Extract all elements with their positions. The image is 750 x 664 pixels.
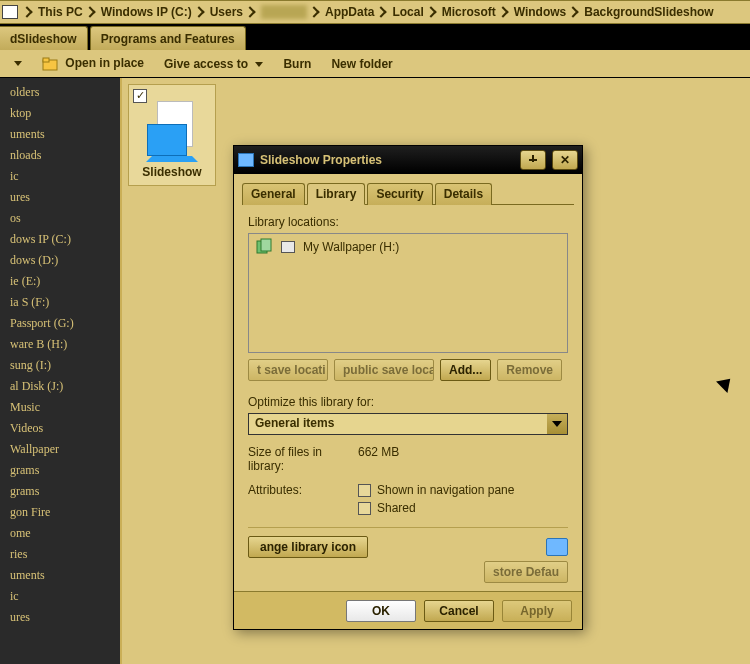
- remove-button[interactable]: Remove: [497, 359, 562, 381]
- ok-button[interactable]: OK: [346, 600, 416, 622]
- chevron-right-icon: [244, 6, 255, 17]
- attr-nav-label: Shown in navigation pane: [377, 483, 514, 497]
- chevron-right-icon: [308, 6, 319, 17]
- sidebar-item[interactable]: ic: [0, 586, 120, 607]
- tab-programs-features[interactable]: Programs and Features: [90, 26, 246, 50]
- optimize-select[interactable]: General items: [248, 413, 568, 435]
- apply-button[interactable]: Apply: [502, 600, 572, 622]
- sidebar-item[interactable]: Videos: [0, 418, 120, 439]
- sidebar-item[interactable]: sung (I:): [0, 355, 120, 376]
- give-access-label: Give access to: [164, 57, 248, 71]
- attributes-label: Attributes:: [248, 483, 358, 515]
- library-locations-list[interactable]: My Wallpaper (H:): [248, 233, 568, 353]
- chevron-down-icon[interactable]: [547, 414, 567, 434]
- sidebar-item[interactable]: dows IP (C:): [0, 229, 120, 250]
- tab-general[interactable]: General: [242, 183, 305, 205]
- pc-icon: [2, 5, 18, 19]
- chevron-right-icon: [376, 6, 387, 17]
- breadcrumb-item[interactable]: Users: [210, 5, 243, 19]
- sidebar-item[interactable]: Music: [0, 397, 120, 418]
- open-in-place-label: Open in place: [65, 56, 144, 70]
- tab-library[interactable]: Library: [307, 183, 366, 205]
- breadcrumb-item[interactable]: Windows: [514, 5, 567, 19]
- sidebar-item[interactable]: ktop: [0, 103, 120, 124]
- chevron-right-icon: [21, 6, 32, 17]
- sidebar-item[interactable]: ie (E:): [0, 271, 120, 292]
- library-locations-label: Library locations:: [248, 215, 568, 229]
- breadcrumb-item[interactable]: BackgroundSlideshow: [584, 5, 713, 19]
- sidebar-item[interactable]: ome: [0, 523, 120, 544]
- cancel-button[interactable]: Cancel: [424, 600, 494, 622]
- breadcrumb-item-redacted: [261, 5, 307, 19]
- sidebar-item[interactable]: gon Fire: [0, 502, 120, 523]
- properties-dialog: Slideshow Properties ✕ General Library S…: [233, 145, 583, 630]
- svg-rect-3: [529, 159, 537, 161]
- burn[interactable]: Burn: [283, 57, 311, 71]
- sidebar-item[interactable]: uments: [0, 565, 120, 586]
- library-icon: [255, 238, 273, 256]
- sidebar-item[interactable]: ries: [0, 544, 120, 565]
- dialog-tabs: General Library Security Details: [242, 182, 574, 205]
- pin-button[interactable]: [520, 150, 546, 170]
- sidebar-item[interactable]: ware B (H:): [0, 334, 120, 355]
- sidebar-item[interactable]: dows (D:): [0, 250, 120, 271]
- tab-security[interactable]: Security: [367, 183, 432, 205]
- dialog-footer: OK Cancel Apply: [234, 591, 582, 629]
- checkbox-nav-pane[interactable]: [358, 484, 371, 497]
- toolbar: Open in place Give access to Burn New fo…: [0, 50, 750, 78]
- new-folder[interactable]: New folder: [331, 57, 392, 71]
- public-save-location-button[interactable]: public save loca: [334, 359, 434, 381]
- breadcrumb-item[interactable]: This PC: [38, 5, 83, 19]
- size-label: Size of files in library:: [248, 445, 358, 473]
- chevron-right-icon: [425, 6, 436, 17]
- sidebar-item[interactable]: grams: [0, 460, 120, 481]
- dialog-titlebar[interactable]: Slideshow Properties ✕: [234, 146, 582, 174]
- sidebar-item[interactable]: grams: [0, 481, 120, 502]
- folder-icon: [42, 56, 58, 72]
- nav-tree[interactable]: oldersktopumentsnloadsicuresosdows IP (C…: [0, 78, 120, 664]
- close-button[interactable]: ✕: [552, 150, 578, 170]
- optimize-label: Optimize this library for:: [248, 395, 568, 409]
- sidebar-item[interactable]: ic: [0, 166, 120, 187]
- sidebar-item[interactable]: Passport (G:): [0, 313, 120, 334]
- list-item[interactable]: My Wallpaper (H:): [255, 238, 561, 256]
- sidebar-item[interactable]: Wallpaper: [0, 439, 120, 460]
- sidebar-item[interactable]: nloads: [0, 145, 120, 166]
- toolbar-chevron[interactable]: [14, 61, 22, 66]
- sidebar-item[interactable]: ures: [0, 187, 120, 208]
- chevron-down-icon: [255, 62, 263, 67]
- breadcrumb-item[interactable]: Local: [392, 5, 423, 19]
- chevron-right-icon: [84, 6, 95, 17]
- sidebar-item[interactable]: ia S (F:): [0, 292, 120, 313]
- breadcrumb[interactable]: This PC Windows IP (C:) Users AppData Lo…: [0, 0, 750, 24]
- drive-icon: [281, 241, 295, 253]
- give-access-to[interactable]: Give access to: [164, 57, 263, 71]
- breadcrumb-item[interactable]: Microsoft: [442, 5, 496, 19]
- tab-details[interactable]: Details: [435, 183, 492, 205]
- svg-rect-5: [261, 239, 271, 251]
- sidebar-item[interactable]: olders: [0, 82, 120, 103]
- file-item-label: Slideshow: [133, 165, 211, 179]
- sidebar-item[interactable]: os: [0, 208, 120, 229]
- sidebar-item[interactable]: al Disk (J:): [0, 376, 120, 397]
- list-item-label: My Wallpaper (H:): [303, 240, 399, 254]
- attr-shared-label: Shared: [377, 501, 416, 515]
- svg-rect-1: [43, 58, 49, 62]
- add-button[interactable]: Add...: [440, 359, 491, 381]
- checkbox-shared[interactable]: [358, 502, 371, 515]
- breadcrumb-item[interactable]: AppData: [325, 5, 374, 19]
- file-item-slideshow[interactable]: ✓ Slideshow: [128, 84, 216, 186]
- dialog-title: Slideshow Properties: [260, 153, 382, 167]
- library-icon-preview: [546, 538, 568, 556]
- breadcrumb-item[interactable]: Windows IP (C:): [101, 5, 192, 19]
- open-in-place[interactable]: Open in place: [42, 56, 144, 72]
- tab-dslideshow[interactable]: dSlideshow: [0, 26, 88, 50]
- chevron-right-icon: [568, 6, 579, 17]
- sidebar-item[interactable]: ures: [0, 607, 120, 628]
- change-library-icon-button[interactable]: ange library icon: [248, 536, 368, 558]
- set-save-location-button[interactable]: t save locati: [248, 359, 328, 381]
- size-value: 662 MB: [358, 445, 399, 473]
- file-tab-strip: dSlideshow Programs and Features: [0, 24, 750, 50]
- sidebar-item[interactable]: uments: [0, 124, 120, 145]
- restore-defaults-button[interactable]: store Defau: [484, 561, 568, 583]
